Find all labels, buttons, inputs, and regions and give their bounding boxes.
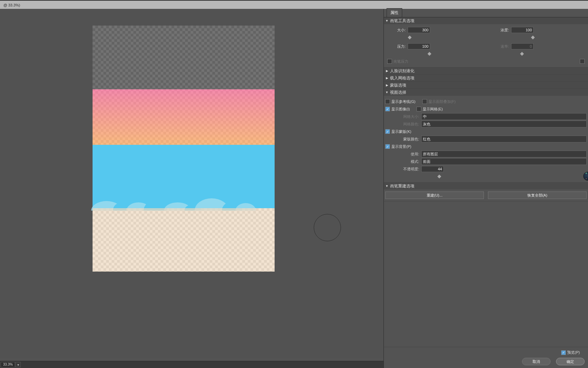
show-bg-checkbox[interactable]: ✓: [385, 144, 390, 149]
mesh-color-label: 网格颜色:: [385, 122, 419, 127]
canvas-viewport[interactable]: [0, 9, 384, 358]
layer-blue: [93, 145, 275, 208]
properties-panel: 属性 ▼ 画笔工具选项 大小: 浓度:: [383, 9, 588, 368]
disclosure-right-icon: ▶: [385, 69, 389, 73]
size-label: 大小:: [385, 28, 406, 33]
section-mask-opts-title: 蒙版选项: [390, 82, 406, 88]
pressure-label: 压力:: [385, 44, 406, 49]
show-guides-checkbox[interactable]: [385, 99, 390, 104]
pen-pressure-label: 光笔压力: [393, 59, 408, 64]
section-brush-tool-title: 画笔工具选项: [390, 18, 414, 24]
section-view-opts-title: 视图选择: [390, 90, 406, 95]
preview-checkbox[interactable]: ✓: [561, 350, 566, 355]
section-load-mesh: ▶ 载入网格选项: [384, 75, 588, 82]
properties-tab-label: 属性: [387, 8, 402, 17]
document-tab[interactable]: @ 33.3%): [0, 1, 23, 9]
disclosure-down-icon: ▼: [385, 184, 389, 188]
document-canvas[interactable]: [93, 26, 275, 272]
layer-gradient: [93, 89, 275, 145]
zoom-value[interactable]: 33.3%: [1, 362, 15, 367]
density-input[interactable]: [511, 27, 534, 33]
rate-label: 速率:: [489, 44, 509, 49]
density-slider[interactable]: [511, 37, 533, 39]
section-mask-opts: ▶ 蒙版选项: [384, 82, 588, 89]
layer-sand: [93, 208, 275, 272]
mesh-size-label: 网格大小:: [385, 114, 419, 119]
section-brush-tool-header[interactable]: ▼ 画笔工具选项: [384, 17, 588, 24]
mesh-size-select: 中: [421, 113, 587, 120]
opacity-label: 不透明度:: [385, 167, 419, 172]
disclosure-right-icon: ▶: [385, 76, 389, 80]
pen-pressure-left-checkbox: [387, 59, 392, 64]
disclosure-right-icon: ▶: [385, 83, 389, 87]
density-label: 浓度:: [489, 28, 509, 33]
mask-color-select[interactable]: 红色: [421, 136, 587, 142]
show-face-overlay-checkbox: [422, 99, 427, 104]
mode-select[interactable]: 前面: [421, 158, 587, 165]
show-image-checkbox[interactable]: ✓: [385, 107, 390, 111]
rate-slider[interactable]: [511, 53, 533, 55]
document-tab-bar: @ 33.3%): [0, 0, 588, 10]
show-mask-checkbox[interactable]: ✓: [385, 129, 390, 134]
brush-cursor: [314, 214, 341, 241]
size-slider[interactable]: [408, 37, 429, 39]
section-reconstruct: ▼ 画笔重建选项 重建(U)... 恢复全部(A): [384, 183, 588, 201]
disclosure-down-icon: ▼: [385, 91, 389, 94]
show-face-overlay-label: 显示面部叠加(F): [428, 99, 456, 104]
mesh-color-select: 灰色: [421, 121, 587, 127]
use-select[interactable]: 所有图层: [421, 151, 587, 157]
ok-button[interactable]: 确定: [556, 358, 585, 365]
preview-label: 预览(P): [567, 350, 580, 355]
mode-label: 模式:: [385, 159, 419, 164]
pressure-input[interactable]: [408, 43, 430, 49]
section-reconstruct-header[interactable]: ▼ 画笔重建选项: [384, 183, 588, 189]
pressure-slider[interactable]: [408, 53, 429, 55]
section-face-detect: ▶ 人脸识别液化: [384, 67, 588, 75]
show-mesh-label: 显示网格(E): [423, 107, 443, 112]
show-guides-label: 显示参考线(G): [391, 99, 415, 104]
zoom-control[interactable]: 33.3% ▾: [1, 362, 21, 367]
size-input[interactable]: [408, 27, 430, 33]
zoom-dropdown-icon[interactable]: ▾: [15, 362, 21, 367]
cancel-button[interactable]: 取消: [522, 358, 551, 365]
section-face-detect-header[interactable]: ▶ 人脸识别液化: [384, 67, 588, 74]
restore-all-button[interactable]: 恢复全部(A): [488, 191, 587, 199]
show-mesh-checkbox[interactable]: [416, 107, 421, 111]
show-mask-label: 显示蒙版(K): [391, 129, 411, 134]
properties-tab[interactable]: 属性: [384, 9, 588, 17]
section-load-mesh-title: 载入网格选项: [390, 75, 414, 81]
opacity-input[interactable]: [421, 166, 444, 172]
use-label: 使用:: [385, 152, 419, 157]
section-view-opts: ▼ 视图选择 显示参考线(G) 显示面部叠加(F) ✓显示图像(I) 显示网格(…: [384, 89, 588, 183]
section-view-opts-header[interactable]: ▼ 视图选择: [384, 89, 588, 96]
pen-pressure-right-checkbox: [580, 59, 585, 64]
section-reconstruct-title: 画笔重建选项: [390, 183, 414, 189]
section-mask-opts-header[interactable]: ▶ 蒙版选项: [384, 82, 588, 89]
mask-color-label: 蒙版颜色:: [385, 137, 419, 142]
section-load-mesh-header[interactable]: ▶ 载入网格选项: [384, 75, 588, 81]
show-image-label: 显示图像(I): [391, 107, 410, 112]
section-face-detect-title: 人脸识别液化: [390, 68, 414, 74]
opacity-slider[interactable]: [421, 176, 462, 178]
layer-top-dark: [93, 26, 275, 89]
disclosure-down-icon: ▼: [385, 19, 389, 22]
show-bg-label: 显示背景(P): [391, 144, 411, 149]
section-brush-tool: ▼ 画笔工具选项 大小: 浓度:: [384, 17, 588, 67]
panel-footer: ✓ 预览(P) 取消 确定: [384, 347, 588, 368]
rate-input: [511, 43, 534, 49]
rebuild-button[interactable]: 重建(U)...: [385, 191, 484, 199]
